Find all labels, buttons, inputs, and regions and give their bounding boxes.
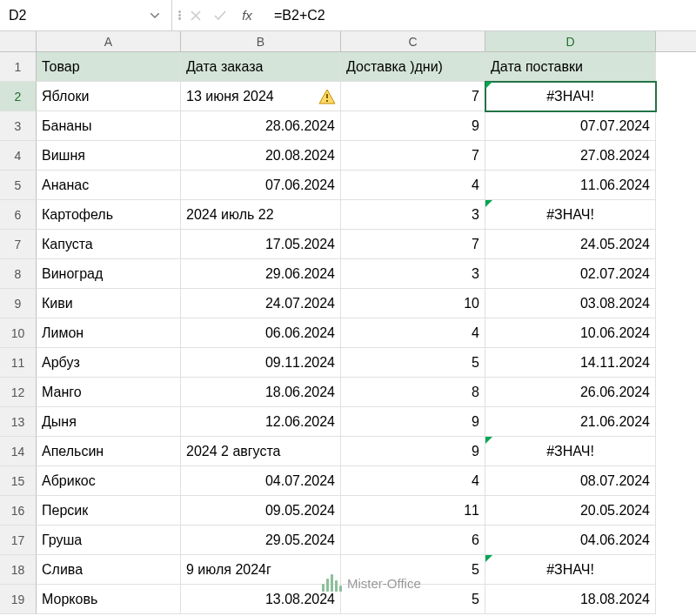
row-header[interactable]: 7 (0, 230, 37, 259)
cell[interactable]: Виноград (37, 259, 181, 289)
cell[interactable]: 7 (341, 230, 485, 259)
cell[interactable]: 5 (341, 555, 485, 585)
row-header[interactable]: 15 (0, 466, 37, 496)
cell[interactable]: Капуста (37, 230, 181, 259)
row-header[interactable]: 6 (0, 200, 37, 230)
cell[interactable]: 11 (341, 496, 485, 526)
cell[interactable]: 14.11.2024 (485, 348, 656, 378)
cell[interactable]: 4 (341, 171, 485, 200)
cell[interactable]: Картофель (37, 200, 181, 230)
cell[interactable]: Бананы (37, 111, 181, 141)
cell[interactable]: 29.05.2024 (181, 526, 341, 555)
cell[interactable]: 2024 июль 22 (181, 200, 341, 230)
cell[interactable]: Груша (37, 526, 181, 555)
cell[interactable]: 08.07.2024 (485, 466, 656, 496)
col-header-C[interactable]: C (341, 31, 485, 51)
enter-icon[interactable] (210, 5, 231, 26)
cell[interactable]: 10.06.2024 (485, 318, 656, 348)
cell[interactable]: 2024 2 августа (181, 437, 341, 466)
cell[interactable]: Манго (37, 378, 181, 407)
formula-input[interactable] (265, 0, 696, 30)
cell[interactable]: 9 (341, 437, 485, 466)
cell[interactable]: 24.07.2024 (181, 289, 341, 318)
cell[interactable]: 10 (341, 289, 485, 318)
cell[interactable]: 20.05.2024 (485, 496, 656, 526)
row-header[interactable]: 3 (0, 111, 37, 141)
row-header[interactable]: 5 (0, 171, 37, 200)
cell[interactable]: Персик (37, 496, 181, 526)
cell[interactable]: 17.05.2024 (181, 230, 341, 259)
col-header-D[interactable]: D (485, 31, 656, 51)
row-header[interactable]: 13 (0, 407, 37, 437)
cell[interactable]: 9 июля 2024г (181, 555, 341, 585)
fx-button[interactable]: fx (234, 5, 260, 26)
row-header[interactable]: 1 (0, 52, 37, 82)
cell[interactable]: 18.06.2024 (181, 378, 341, 407)
cell[interactable]: 03.08.2024 (485, 289, 656, 318)
cell[interactable]: Лимон (37, 318, 181, 348)
cell[interactable]: 9 (341, 111, 485, 141)
cell[interactable]: 12.06.2024 (181, 407, 341, 437)
cell[interactable]: 11.06.2024 (485, 171, 656, 200)
cell[interactable]: Морковь (37, 585, 181, 614)
cell[interactable]: Товар (37, 52, 181, 82)
cell[interactable]: 13.08.2024 (181, 585, 341, 614)
cell[interactable]: Яблоки (37, 82, 181, 111)
row-header[interactable]: 19 (0, 585, 37, 614)
cell[interactable]: 3 (341, 200, 485, 230)
cell[interactable]: 21.06.2024 (485, 407, 656, 437)
cell[interactable]: Доставка )дни) (341, 52, 485, 82)
row-header[interactable]: 12 (0, 378, 37, 407)
row-header[interactable]: 11 (0, 348, 37, 378)
cell[interactable]: 02.07.2024 (485, 259, 656, 289)
select-all-corner[interactable] (0, 31, 37, 51)
row-header[interactable]: 8 (0, 259, 37, 289)
cell[interactable]: 20.08.2024 (181, 141, 341, 171)
cell[interactable]: Ананас (37, 171, 181, 200)
cancel-icon[interactable] (185, 5, 206, 26)
cell[interactable]: #ЗНАЧ! (485, 437, 656, 466)
cell[interactable]: Слива (37, 555, 181, 585)
cell[interactable]: 26.06.2024 (485, 378, 656, 407)
warning-icon[interactable] (318, 89, 336, 104)
cell[interactable]: 3 (341, 259, 485, 289)
cell[interactable]: 07.06.2024 (181, 171, 341, 200)
cell[interactable]: Арбуз (37, 348, 181, 378)
cell[interactable]: Дата заказа (181, 52, 341, 82)
row-header[interactable]: 2 (0, 82, 37, 111)
cell[interactable]: #ЗНАЧ! (485, 200, 656, 230)
cell[interactable]: Дыня (37, 407, 181, 437)
chevron-down-icon[interactable] (147, 8, 163, 23)
cell[interactable]: 9 (341, 407, 485, 437)
row-header[interactable]: 14 (0, 437, 37, 466)
cell[interactable]: Абрикос (37, 466, 181, 496)
cell[interactable]: 04.07.2024 (181, 466, 341, 496)
cell[interactable]: Дата поставки (485, 52, 656, 82)
cell[interactable]: 07.07.2024 (485, 111, 656, 141)
cell[interactable]: 27.08.2024 (485, 141, 656, 171)
cell[interactable]: 4 (341, 318, 485, 348)
name-box[interactable]: D2 (0, 0, 172, 30)
cell[interactable]: 4 (341, 466, 485, 496)
cell[interactable]: 04.06.2024 (485, 526, 656, 555)
cell[interactable]: #ЗНАЧ! (485, 82, 656, 111)
cell[interactable]: 5 (341, 348, 485, 378)
cell[interactable]: 5 (341, 585, 485, 614)
cell[interactable]: 8 (341, 378, 485, 407)
cell[interactable]: 29.06.2024 (181, 259, 341, 289)
cell[interactable]: 24.05.2024 (485, 230, 656, 259)
cell[interactable]: 09.11.2024 (181, 348, 341, 378)
col-header-B[interactable]: B (181, 31, 341, 51)
cell[interactable]: Апельсин (37, 437, 181, 466)
col-header-A[interactable]: A (37, 31, 181, 51)
cell[interactable]: 28.06.2024 (181, 111, 341, 141)
cell[interactable]: Киви (37, 289, 181, 318)
cell[interactable]: 7 (341, 141, 485, 171)
cell[interactable]: 06.06.2024 (181, 318, 341, 348)
cell[interactable]: 7 (341, 82, 485, 111)
cell[interactable]: 13 июня 2024 (181, 82, 341, 111)
row-header[interactable]: 4 (0, 141, 37, 171)
row-header[interactable]: 10 (0, 318, 37, 348)
row-header[interactable]: 17 (0, 526, 37, 555)
row-header[interactable]: 16 (0, 496, 37, 526)
